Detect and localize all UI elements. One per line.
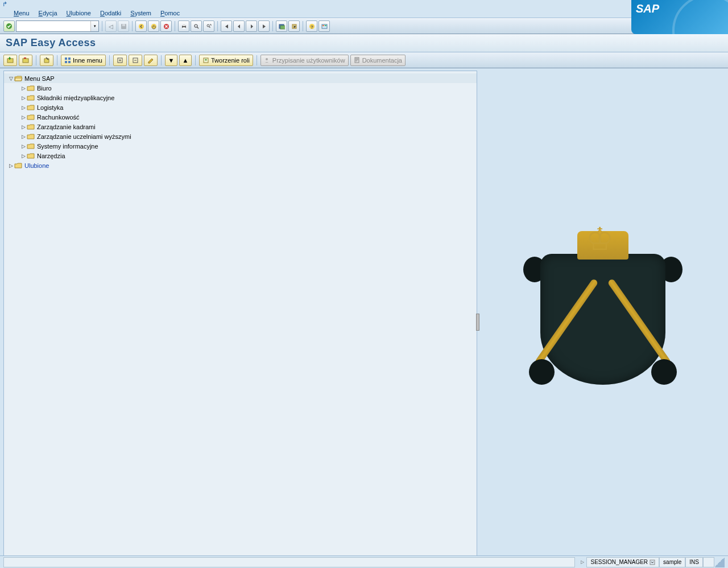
command-history-dropdown[interactable]: ▾ — [90, 21, 98, 31]
status-message-area — [3, 557, 575, 567]
tree-node-skladniki[interactable]: ▷ Składniki międzyaplikacyjne — [4, 93, 477, 102]
toolbar-separator — [175, 21, 175, 31]
tree-node-kadry[interactable]: ▷ Zarządzanie kadrami — [4, 122, 477, 131]
find-next-button[interactable] — [203, 20, 214, 32]
expand-arrow-icon[interactable]: ▽ — [7, 76, 14, 81]
collapse-arrow-icon[interactable]: ▷ — [20, 124, 27, 130]
help-button[interactable]: ? — [306, 20, 317, 32]
generate-shortcut-button[interactable] — [288, 20, 300, 32]
menu-menu[interactable]: Menu — [9, 10, 34, 17]
save-icon-button[interactable] — [118, 20, 129, 32]
nav-arrow-icon[interactable]: ↱ — [2, 1, 7, 8]
print-button[interactable] — [178, 20, 189, 32]
customize-button[interactable] — [318, 20, 330, 32]
collapse-arrow-icon[interactable]: ▷ — [20, 134, 27, 139]
collapse-arrow-icon[interactable]: ▷ — [20, 153, 27, 159]
tree-node-uczelnie[interactable]: ▷ Zarządzanie uczelniami wyższymi — [4, 131, 477, 141]
menu-dodatki[interactable]: Dodatki — [96, 10, 126, 17]
documentation-button: Dokumentacja — [350, 55, 406, 66]
status-system-label: sample — [663, 559, 681, 565]
folder-closed-icon — [27, 104, 35, 111]
tree-node-biuro[interactable]: ▷ Biuro — [4, 83, 477, 93]
collapse-arrow-icon[interactable]: ▷ — [20, 143, 27, 149]
tree-node-narzedzia[interactable]: ▷ Narzędzia — [4, 151, 477, 160]
tree-node-rachunkowosc[interactable]: ▷ Rachunkowość — [4, 112, 477, 122]
window-control-bar: ↱ – ❐ ✕ — [0, 0, 728, 8]
status-empty-cell — [703, 557, 714, 567]
svg-point-9 — [195, 24, 197, 27]
status-transaction-label: SESSION_MANAGER — [590, 559, 648, 565]
move-up-button[interactable]: ▲ — [179, 55, 192, 66]
svg-rect-21 — [7, 59, 13, 63]
toolbar-separator — [195, 55, 196, 65]
menu-pomoc[interactable]: Pomoc — [156, 10, 184, 17]
menu-ulubione[interactable]: Ulubione — [62, 10, 96, 17]
svg-rect-14 — [280, 26, 285, 29]
splitter-handle[interactable] — [476, 314, 479, 331]
tree-label: Logistyka — [37, 104, 63, 111]
folder-open-icon — [14, 75, 23, 82]
change-favorite-button[interactable] — [40, 55, 53, 66]
collapse-arrow-icon[interactable]: ▷ — [20, 85, 27, 91]
folder-closed-icon — [27, 85, 35, 92]
new-session-button[interactable] — [276, 20, 287, 32]
status-insert-mode[interactable]: INS — [685, 557, 703, 567]
edit-button[interactable] — [144, 55, 158, 66]
status-expand-icon[interactable]: ▷ — [578, 559, 586, 565]
command-field[interactable] — [16, 21, 90, 31]
status-bar: ▷ SESSION_MANAGER sample INS — [0, 555, 728, 568]
sap-logo: SAP — [631, 0, 728, 34]
last-page-button[interactable] — [258, 20, 270, 32]
toolbar-separator — [109, 55, 110, 65]
collapse-arrow-icon[interactable]: ▷ — [20, 114, 27, 120]
next-page-button[interactable] — [246, 20, 257, 32]
svg-rect-2 — [122, 24, 125, 26]
collapse-button[interactable] — [129, 55, 142, 66]
resize-grip-icon[interactable] — [714, 557, 725, 567]
dropdown-icon — [650, 559, 655, 565]
collapse-arrow-icon[interactable]: ▷ — [20, 95, 27, 101]
svg-point-30 — [205, 59, 206, 60]
enter-button[interactable] — [3, 20, 15, 32]
move-down-button[interactable]: ▼ — [165, 55, 177, 66]
toolbar-separator — [161, 55, 162, 65]
add-favorite-button[interactable] — [3, 55, 17, 66]
expand-button[interactable] — [113, 55, 127, 66]
svg-rect-22 — [23, 59, 28, 63]
assign-users-label: Przypisanie użytkowników — [272, 57, 345, 64]
create-role-button[interactable]: Tworzenie roli — [199, 55, 253, 66]
svg-rect-26 — [68, 61, 71, 63]
svg-line-12 — [209, 26, 210, 27]
toolbar-separator — [36, 55, 36, 65]
cancel-button[interactable] — [160, 20, 172, 32]
menu-edycja[interactable]: Edycja — [34, 10, 62, 17]
navigation-tree-panel: ▽ Menu SAP ▷ Biuro ▷ Składniki międzyapl… — [3, 71, 477, 557]
exit-button[interactable] — [148, 20, 159, 32]
tree-label: Menu SAP — [24, 75, 55, 82]
tree-label: Biuro — [37, 85, 52, 92]
toolbar-separator — [217, 21, 218, 31]
delete-favorite-button[interactable] — [19, 55, 32, 66]
tree-label: Zarządzanie uczelniami wyższymi — [37, 133, 131, 140]
tree-node-logistyka[interactable]: ▷ Logistyka — [4, 102, 477, 112]
toolbar-separator — [102, 21, 102, 31]
other-menu-button[interactable]: Inne menu — [61, 55, 106, 66]
folder-closed-icon — [14, 162, 23, 169]
tree-favorites[interactable]: ▷ Ulubione — [4, 160, 477, 170]
other-menu-label: Inne menu — [73, 57, 102, 64]
status-system[interactable]: sample — [659, 557, 685, 567]
collapse-arrow-icon[interactable]: ▷ — [7, 163, 14, 168]
folder-closed-icon — [27, 153, 35, 159]
first-page-button[interactable] — [221, 20, 232, 32]
prev-page-button[interactable] — [233, 20, 245, 32]
status-transaction[interactable]: SESSION_MANAGER — [586, 557, 659, 567]
collapse-arrow-icon[interactable]: ▷ — [20, 105, 27, 110]
tree-root-sap-menu[interactable]: ▽ Menu SAP — [4, 73, 477, 83]
tree-node-systemy[interactable]: ▷ Systemy informacyjne — [4, 141, 477, 151]
documentation-label: Dokumentacja — [362, 57, 402, 64]
find-button[interactable] — [191, 20, 202, 32]
save-button[interactable]: ◁ — [105, 20, 117, 32]
menu-system[interactable]: System — [126, 10, 156, 17]
folder-closed-icon — [27, 143, 35, 150]
back-button[interactable] — [135, 20, 147, 32]
